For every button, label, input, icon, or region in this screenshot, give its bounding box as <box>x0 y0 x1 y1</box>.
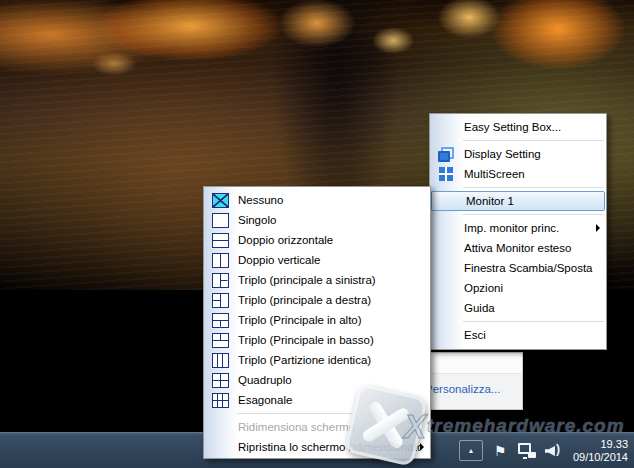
menu-item-label: Triplo (Principale in alto) <box>238 314 430 326</box>
action-center-flag-icon[interactable] <box>492 442 508 460</box>
system-tray: 19.33 09/10/2014 <box>459 433 628 468</box>
submenu-arrow-icon <box>596 224 600 232</box>
menu-item-easy-setting-box[interactable]: Easy Setting Box... <box>430 117 606 137</box>
menu-item-triplo-partizione-identica[interactable]: Triplo (Partizione identica) <box>204 350 430 370</box>
menu-item-label: Finestra Scambia/Sposta <box>464 262 606 274</box>
menu-item-multiscreen[interactable]: MultiScreen <box>430 164 606 184</box>
menu-item-label: Doppio verticale <box>238 254 430 266</box>
menu-item-label: Monitor 1 <box>466 195 604 207</box>
clock-date: 09/10/2014 <box>573 451 628 464</box>
menu-item-doppio-orizzontale[interactable]: Doppio orizzontale <box>204 230 430 250</box>
menu-item-label: Doppio orizzontale <box>238 234 430 246</box>
menu-item-triplo-principale-a-sinistra[interactable]: Triplo (principale a sinistra) <box>204 270 430 290</box>
menu-item-label: Esci <box>464 329 606 341</box>
menu-item-label: Triplo (principale a destra) <box>238 294 430 306</box>
menu-item-triplo-principale-in-basso[interactable]: Triplo (Principale in basso) <box>204 330 430 350</box>
taskbar-clock[interactable]: 19.33 09/10/2014 <box>569 438 628 464</box>
notification-area-flyout: Personalizza... <box>420 352 523 410</box>
split-triple-equal-icon <box>212 353 229 368</box>
display-setting-icon <box>438 147 454 162</box>
menu-separator <box>463 321 604 322</box>
customize-notifications-link[interactable]: Personalizza... <box>425 383 500 395</box>
menu-item-attiva-monitor-esteso[interactable]: Attiva Monitor esteso <box>430 238 606 258</box>
menu-item-label: Esagonale <box>238 394 430 406</box>
split-triple-main-left-icon <box>212 273 229 288</box>
split-single-icon <box>212 213 229 228</box>
split-triple-main-top-icon <box>212 313 229 328</box>
menu-item-icon-slot <box>209 213 231 228</box>
menu-item-label: Ripristina lo schermo ridimensionato <box>238 441 420 453</box>
menu-item-label: Attiva Monitor esteso <box>464 242 606 254</box>
menu-item-opzioni[interactable]: Opzioni <box>430 278 606 298</box>
menu-item-guida[interactable]: Guida <box>430 298 606 318</box>
menu-item-display-setting[interactable]: Display Setting <box>430 144 606 164</box>
menu-item-triplo-principale-in-alto[interactable]: Triplo (Principale in alto) <box>204 310 430 330</box>
menu-item-icon-slot <box>209 373 231 388</box>
split-double-horizontal-icon <box>212 233 229 248</box>
menu-item-icon-slot <box>209 393 231 408</box>
menu-item-monitor-1[interactable]: Monitor 1 <box>431 191 605 211</box>
menu-item-esagonale[interactable]: Esagonale <box>204 390 430 410</box>
menu-item-ridimensiona-schermo: Ridimensiona schermo <box>204 417 430 437</box>
menu-separator <box>237 413 428 414</box>
show-hidden-icons-button[interactable] <box>459 440 483 461</box>
split-triple-main-bottom-icon <box>212 333 229 348</box>
network-icon[interactable] <box>517 443 536 459</box>
menu-separator <box>463 187 604 188</box>
menu-item-label: Triplo (Partizione identica) <box>238 354 430 366</box>
menu-item-quadruplo[interactable]: Quadruplo <box>204 370 430 390</box>
flyout-icon-area <box>421 353 522 374</box>
menu-item-triplo-principale-a-destra[interactable]: Triplo (principale a destra) <box>204 290 430 310</box>
menu-item-icon-slot <box>435 147 457 162</box>
menu-separator <box>463 214 604 215</box>
multiscreen-icon <box>439 167 453 181</box>
menu-item-nessuno[interactable]: Nessuno <box>204 190 430 210</box>
desktop-screen: Personalizza... Easy Setting Box...Displ… <box>0 0 634 468</box>
menu-item-singolo[interactable]: Singolo <box>204 210 430 230</box>
menu-item-label: Ridimensiona schermo <box>238 421 430 433</box>
menu-item-label: Singolo <box>238 214 430 226</box>
split-quad-icon <box>212 373 229 388</box>
split-none-icon <box>212 193 229 208</box>
menu-item-doppio-verticale[interactable]: Doppio verticale <box>204 250 430 270</box>
menu-item-label: Imp. monitor princ. <box>464 222 596 234</box>
menu-item-icon-slot <box>209 313 231 328</box>
submenu-arrow-icon <box>420 443 424 451</box>
split-layout-submenu: NessunoSingoloDoppio orizzontaleDoppio v… <box>203 186 431 459</box>
menu-item-label: Display Setting <box>464 148 606 160</box>
menu-item-icon-slot <box>209 353 231 368</box>
menu-item-icon-slot <box>435 167 457 181</box>
volume-icon[interactable] <box>545 443 560 458</box>
menu-item-icon-slot <box>209 293 231 308</box>
menu-item-label: Easy Setting Box... <box>464 121 606 133</box>
split-hex-icon <box>212 393 229 408</box>
menu-item-esci[interactable]: Esci <box>430 325 606 345</box>
menu-item-imp-monitor-princ[interactable]: Imp. monitor princ. <box>430 218 606 238</box>
split-double-vertical-icon <box>212 253 229 268</box>
menu-separator <box>463 140 604 141</box>
menu-item-label: Quadruplo <box>238 374 430 386</box>
menu-item-icon-slot <box>209 193 231 208</box>
menu-item-label: Triplo (principale a sinistra) <box>238 274 430 286</box>
menu-item-finestra-scambia-sposta[interactable]: Finestra Scambia/Sposta <box>430 258 606 278</box>
menu-item-icon-slot <box>209 333 231 348</box>
menu-item-label: Opzioni <box>464 282 606 294</box>
menu-item-label: Nessuno <box>238 194 430 206</box>
menu-item-ripristina-lo-schermo-ridimensionato[interactable]: Ripristina lo schermo ridimensionato <box>204 437 430 457</box>
menu-item-label: Guida <box>464 302 606 314</box>
menu-item-icon-slot <box>209 233 231 248</box>
split-triple-main-right-icon <box>212 293 229 308</box>
menu-item-icon-slot <box>209 273 231 288</box>
menu-item-icon-slot <box>209 253 231 268</box>
menu-item-label: Triplo (Principale in basso) <box>238 334 430 346</box>
easy-setting-box-context-menu: Easy Setting Box...Display SettingMultiS… <box>429 113 607 350</box>
menu-item-label: MultiScreen <box>464 168 606 180</box>
clock-time: 19.33 <box>573 438 628 451</box>
